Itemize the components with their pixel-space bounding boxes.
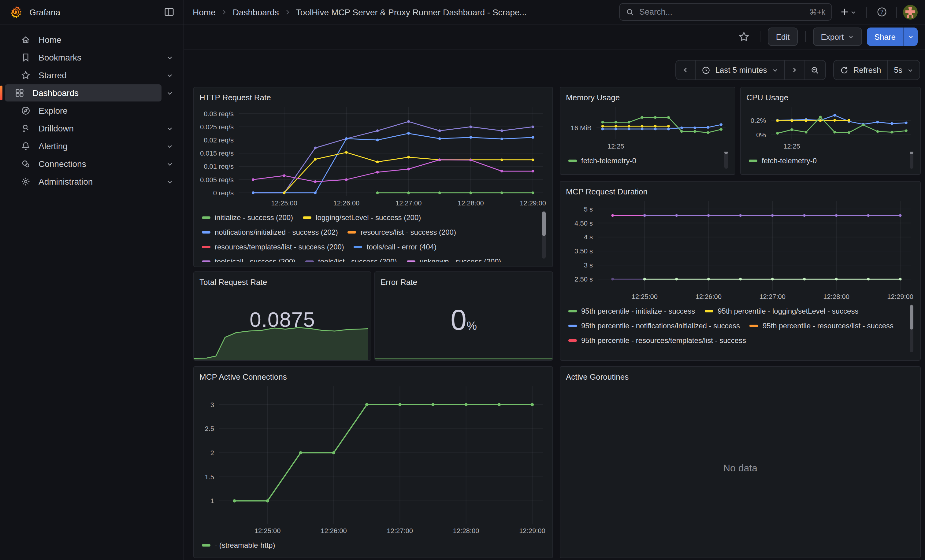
panel-title[interactable]: MCP Active Connections	[199, 371, 547, 383]
edit-button[interactable]: Edit	[768, 27, 798, 46]
legend-scrollbar	[542, 211, 546, 258]
panel-active-goroutines: Active Goroutines No data	[560, 366, 921, 558]
dock-menu-toggle[interactable]	[160, 3, 178, 21]
legend-item[interactable]: - (streamable-http)	[202, 540, 275, 550]
search-input[interactable]: Search... ⌘+k	[619, 3, 832, 21]
share-options-caret[interactable]	[903, 27, 917, 46]
sidebar-item-connections[interactable]: Connections	[0, 155, 178, 173]
legend-item[interactable]: logging/setLevel - success (200)	[303, 212, 421, 222]
panel-title[interactable]: HTTP Request Rate	[199, 92, 547, 104]
sidebar-item-bookmarks[interactable]: Bookmarks	[0, 49, 178, 66]
time-controls: Last 5 minutes	[193, 60, 920, 80]
legend: initialize - success (200)logging/setLev…	[199, 209, 547, 262]
legend-label: tools/call - error (404)	[367, 242, 437, 251]
time-back-button[interactable]	[676, 60, 696, 80]
legend-item[interactable]: resources/list - success (200)	[348, 227, 456, 237]
time-range-picker[interactable]: Last 5 minutes	[696, 60, 785, 80]
chevron-down-icon[interactable]	[161, 90, 178, 96]
add-new-button[interactable]	[836, 3, 860, 21]
chevron-down-icon[interactable]	[161, 125, 178, 132]
panel-error-rate: Error Rate 0%	[374, 272, 553, 361]
legend-item[interactable]: 95th percentile - notifications/initiali…	[568, 320, 740, 331]
legend-item[interactable]: 95th percentile - logging/setLevel - suc…	[705, 306, 858, 316]
sidebar-item-dashboards[interactable]: Dashboards	[0, 84, 178, 102]
panel-title[interactable]: Memory Usage	[566, 92, 729, 104]
panel-title[interactable]: MCP Request Duration	[566, 186, 914, 198]
favorite-star-button[interactable]	[736, 28, 753, 45]
legend-item[interactable]: tools/call - error (404)	[354, 242, 437, 252]
legend-item[interactable]: 95th percentile - initialize - success	[568, 306, 695, 316]
refresh-interval-picker[interactable]: 5s	[888, 60, 919, 80]
legend-item[interactable]: fetch-telemetry-0	[568, 155, 636, 166]
panel-title[interactable]: Error Rate	[381, 276, 547, 288]
avatar[interactable]	[903, 5, 917, 19]
breadcrumb-home[interactable]: Home	[193, 7, 215, 17]
zoom-out-button[interactable]	[804, 60, 825, 80]
svg-text:2.5: 2.5	[205, 425, 214, 432]
grafana-logo[interactable]	[9, 5, 23, 19]
series-color-swatch	[568, 310, 577, 312]
legend-item[interactable]: tools/call - success (200)	[202, 256, 295, 262]
legend-scrollbar-thumb[interactable]	[724, 152, 728, 154]
brand-label: Grafana	[29, 7, 60, 17]
svg-text:0%: 0%	[756, 131, 766, 139]
mcp-request-duration-chart: 5 s4.50 s4 s3.50 s3 s2.50 s12:25:0012:26…	[566, 198, 914, 302]
stat-value: 0%	[381, 303, 547, 336]
svg-text:0 req/s: 0 req/s	[213, 189, 234, 197]
legend-item[interactable]: unknown - success (200)	[407, 256, 501, 262]
panel-mcp-request-duration: MCP Request Duration 5 s4.50 s4 s3.50 s3…	[560, 181, 921, 361]
chevron-down-icon[interactable]	[161, 54, 178, 61]
legend-scrollbar-thumb[interactable]	[910, 152, 913, 154]
sidebar-item-starred[interactable]: Starred	[0, 67, 178, 84]
panel-title[interactable]: Total Request Rate	[199, 276, 365, 288]
breadcrumb-dashboards[interactable]: Dashboards	[233, 7, 279, 17]
administration-icon	[21, 177, 30, 186]
time-forward-button[interactable]	[785, 60, 804, 80]
panel-title[interactable]: CPU Usage	[746, 92, 914, 104]
svg-text:12:27:00: 12:27:00	[759, 293, 785, 300]
sidebar-item-explore[interactable]: Explore	[0, 102, 178, 119]
share-button[interactable]: Share	[867, 27, 903, 46]
svg-text:0.015 req/s: 0.015 req/s	[200, 150, 234, 157]
starred-icon	[21, 70, 30, 80]
svg-text:12:28:00: 12:28:00	[458, 199, 484, 207]
series-color-swatch	[303, 216, 311, 219]
legend-item[interactable]: initialize - success (200)	[202, 212, 293, 222]
sidebar-item-label: Drilldown	[39, 123, 74, 133]
legend-item[interactable]: fetch-telemetry-0	[749, 155, 817, 166]
sidebar-item-home[interactable]: Home	[0, 31, 178, 48]
legend-scrollbar-thumb[interactable]	[542, 212, 546, 236]
help-button[interactable]: ?	[873, 3, 890, 21]
legend-item[interactable]: 95th percentile - resources/templates/li…	[568, 335, 746, 345]
legend-scrollbar-thumb[interactable]	[910, 305, 913, 330]
legend-item[interactable]: 95th percentile - resources/list - succe…	[750, 320, 893, 331]
svg-text:2: 2	[211, 449, 214, 457]
svg-text:12:28:00: 12:28:00	[453, 527, 479, 534]
explore-icon	[21, 106, 30, 116]
svg-text:2.50 s: 2.50 s	[574, 275, 593, 283]
legend-item[interactable]: notifications/initialized - success (202…	[202, 227, 338, 237]
legend-label: tools/call - success (200)	[215, 257, 295, 262]
series-color-swatch	[568, 339, 577, 341]
chevron-down-icon[interactable]	[161, 72, 178, 78]
legend-item[interactable]: resources/templates/list - success (200)	[202, 242, 344, 252]
legend: fetch-telemetry-0	[746, 152, 914, 170]
panel-http-request-rate: HTTP Request Rate 0 req/s0.005 req/s0.01…	[193, 87, 553, 267]
search-icon	[626, 8, 634, 16]
chevron-down-icon[interactable]	[161, 161, 178, 167]
legend-label: unknown - success (200)	[420, 257, 501, 262]
svg-text:12:26:00: 12:26:00	[695, 293, 722, 300]
panel-title[interactable]: Active Goroutines	[566, 371, 914, 383]
svg-text:?: ?	[880, 9, 883, 15]
chevron-down-icon[interactable]	[161, 143, 178, 150]
sidebar-item-administration[interactable]: Administration	[0, 173, 178, 190]
sidebar-item-alerting[interactable]: Alerting	[0, 138, 178, 155]
export-button[interactable]: Export	[813, 27, 862, 46]
refresh-button[interactable]: Refresh	[833, 60, 888, 80]
dashboards-icon	[15, 88, 24, 98]
legend-item[interactable]: tools/list - success (200)	[305, 256, 397, 262]
panel-memory-usage: Memory Usage 16 MiB12:25 fetch-telemetry…	[560, 87, 735, 175]
chevron-down-icon[interactable]	[161, 178, 178, 185]
sidebar-item-drilldown[interactable]: Drilldown	[0, 120, 178, 137]
bookmarks-icon	[21, 53, 30, 62]
